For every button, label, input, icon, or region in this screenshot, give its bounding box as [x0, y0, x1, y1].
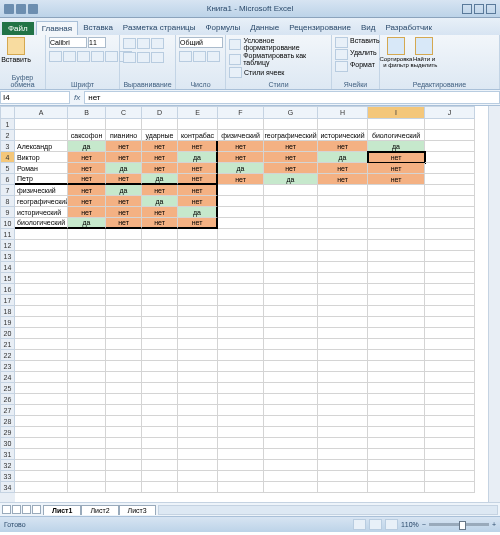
cell[interactable] [318, 405, 368, 416]
cell[interactable] [318, 438, 368, 449]
cell[interactable]: нет [106, 196, 142, 207]
cell[interactable]: нет [264, 163, 318, 174]
cell[interactable]: да [178, 207, 218, 218]
cell[interactable] [106, 394, 142, 405]
cell[interactable] [368, 328, 425, 339]
cell[interactable]: нет [142, 185, 178, 196]
row-header[interactable]: 12 [0, 240, 15, 251]
col-header[interactable]: G [264, 106, 318, 119]
cell[interactable] [264, 119, 318, 130]
format-cells-button[interactable]: Формат [335, 61, 375, 72]
horizontal-scrollbar[interactable] [158, 505, 498, 515]
row-header[interactable]: 29 [0, 427, 15, 438]
undo-icon[interactable] [16, 4, 26, 14]
cell[interactable] [142, 471, 178, 482]
cell[interactable] [178, 361, 218, 372]
cell[interactable] [68, 361, 106, 372]
cell[interactable] [264, 438, 318, 449]
cell[interactable] [425, 372, 475, 383]
cell[interactable] [425, 240, 475, 251]
cell[interactable] [15, 394, 68, 405]
cell[interactable] [178, 317, 218, 328]
cell[interactable] [264, 350, 318, 361]
cell[interactable] [178, 328, 218, 339]
cell[interactable] [425, 449, 475, 460]
cell[interactable] [106, 240, 142, 251]
cell[interactable] [264, 460, 318, 471]
cell[interactable]: нет [142, 163, 178, 174]
cell[interactable] [368, 284, 425, 295]
cell[interactable] [425, 306, 475, 317]
cell[interactable] [264, 383, 318, 394]
cell[interactable] [318, 229, 368, 240]
cell[interactable] [15, 284, 68, 295]
cell[interactable]: нет [142, 141, 178, 152]
col-header[interactable]: J [425, 106, 475, 119]
cell[interactable] [15, 229, 68, 240]
cell[interactable] [178, 471, 218, 482]
cell[interactable] [318, 383, 368, 394]
cell[interactable] [264, 207, 318, 218]
row-header[interactable]: 8 [0, 196, 15, 207]
cell[interactable]: нет [106, 218, 142, 229]
cell[interactable]: биологический [15, 218, 68, 229]
cell[interactable] [264, 405, 318, 416]
cell[interactable] [142, 394, 178, 405]
cell[interactable] [68, 460, 106, 471]
cell[interactable] [218, 460, 264, 471]
cell[interactable] [142, 328, 178, 339]
cell[interactable]: нет [178, 218, 218, 229]
row-header[interactable]: 30 [0, 438, 15, 449]
cell[interactable]: географический [15, 196, 68, 207]
cell[interactable] [368, 218, 425, 229]
cell[interactable] [318, 284, 368, 295]
cell[interactable] [15, 438, 68, 449]
cell[interactable] [218, 405, 264, 416]
cell[interactable]: нет [318, 163, 368, 174]
cell[interactable]: пианино [106, 130, 142, 141]
cell[interactable] [218, 328, 264, 339]
row-header[interactable]: 26 [0, 394, 15, 405]
cell[interactable] [68, 284, 106, 295]
cell[interactable]: нет [368, 174, 425, 185]
cell[interactable] [218, 317, 264, 328]
cell[interactable]: нет [318, 174, 368, 185]
cell[interactable]: да [106, 185, 142, 196]
cell[interactable] [142, 383, 178, 394]
cell[interactable] [106, 361, 142, 372]
cell[interactable] [264, 306, 318, 317]
cell[interactable] [368, 449, 425, 460]
cell[interactable]: нет [178, 163, 218, 174]
cell[interactable]: нет [368, 163, 425, 174]
cell[interactable] [264, 295, 318, 306]
cell[interactable] [15, 328, 68, 339]
comma-button[interactable] [207, 51, 220, 62]
cell[interactable] [425, 163, 475, 174]
percent-button[interactable] [193, 51, 206, 62]
cell[interactable] [68, 273, 106, 284]
cell[interactable] [68, 229, 106, 240]
cell[interactable] [15, 306, 68, 317]
col-header[interactable]: A [15, 106, 68, 119]
cell[interactable] [264, 262, 318, 273]
cell[interactable] [425, 152, 475, 163]
cell[interactable] [15, 130, 68, 141]
cell[interactable]: физический [218, 130, 264, 141]
cell[interactable] [425, 273, 475, 284]
cell[interactable] [425, 174, 475, 185]
cell[interactable] [15, 350, 68, 361]
col-header[interactable]: I [368, 106, 425, 119]
paste-button[interactable]: Вставить [3, 37, 29, 73]
cell-styles-button[interactable]: Стили ячеек [229, 67, 284, 78]
cell[interactable] [425, 218, 475, 229]
first-sheet-button[interactable] [2, 505, 11, 514]
cell[interactable] [368, 229, 425, 240]
cell[interactable] [68, 427, 106, 438]
cell[interactable] [15, 471, 68, 482]
ribbon-tab-3[interactable]: Формулы [200, 21, 245, 35]
row-header[interactable]: 2 [0, 130, 15, 141]
cell[interactable] [264, 372, 318, 383]
maximize-button[interactable] [474, 4, 484, 14]
cell[interactable] [15, 251, 68, 262]
cell[interactable] [142, 262, 178, 273]
